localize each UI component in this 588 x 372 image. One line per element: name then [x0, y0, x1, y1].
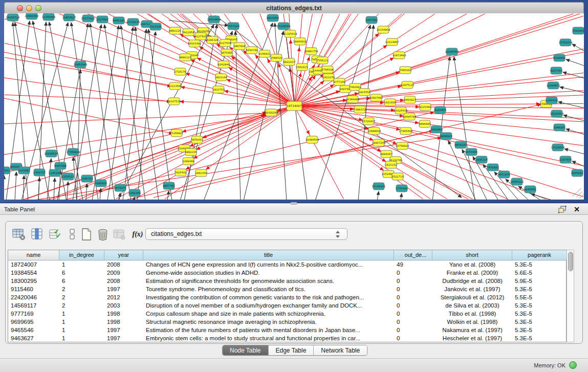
graph-node[interactable]: 9397588 — [54, 162, 66, 169]
delete-table-icon[interactable] — [96, 228, 110, 241]
function-builder-icon[interactable]: f(x) — [130, 228, 145, 241]
graph-node[interactable]: 9245052 — [571, 169, 583, 177]
table-cell-short[interactable]: Franke et al. (2009) — [432, 269, 512, 277]
table-cell-in-degree[interactable]: 1 — [59, 334, 104, 342]
graph-node[interactable]: 9699695 — [419, 120, 430, 127]
graph-node[interactable]: 9463627 — [404, 96, 416, 103]
graph-node[interactable]: 1599297 — [553, 124, 565, 131]
graph-node[interactable]: 16033809 — [207, 16, 221, 23]
table-cell-year[interactable]: 1998 — [104, 310, 143, 318]
column-header-out-de-[interactable]: △out_de... — [394, 250, 432, 260]
table-cell-title[interactable]: Tourette syndrome. Phenomenology and cla… — [143, 285, 394, 293]
graph-node[interactable]: 15166827 — [170, 129, 183, 137]
table-cell-out-de-[interactable]: 0 — [394, 293, 432, 301]
graph-node[interactable]: 1678275 — [114, 184, 126, 191]
graph-node[interactable]: 1342737 — [33, 169, 45, 176]
graph-node[interactable]: 1640954 — [430, 126, 443, 133]
graph-node[interactable]: 1621609 — [384, 99, 396, 106]
new-table-icon[interactable] — [79, 228, 94, 241]
table-cell-name[interactable]: 19384554 — [8, 269, 59, 277]
graph-node[interactable]: 8813054 — [267, 14, 279, 21]
table-cell-name[interactable]: 18300295 — [8, 277, 59, 285]
table-cell-title[interactable]: Embryonic stem cells: a model to study s… — [143, 334, 394, 342]
table-cell-title[interactable]: Changes of HCN gene expression and I(f) … — [143, 260, 394, 269]
graph-node[interactable]: 2867608 — [233, 42, 245, 50]
table-cell-year[interactable]: 1998 — [104, 318, 143, 326]
table-cell-title[interactable]: Genome-wide association studies in ADHD. — [143, 269, 394, 277]
column-header-name[interactable]: name — [8, 250, 59, 260]
column-header-short[interactable]: short — [432, 250, 512, 260]
column-header-year[interactable]: year — [104, 250, 143, 260]
graph-node[interactable]: 1810753 — [212, 86, 224, 93]
graph-node[interactable]: 1691440 — [195, 169, 207, 177]
tab-edge-table[interactable]: Edge Table — [269, 345, 314, 355]
graph-node[interactable]: 1562615 — [296, 63, 308, 71]
table-cell-pagerank[interactable]: 5.3E-5 — [512, 334, 567, 342]
graph-node[interactable]: 5878351 — [191, 136, 203, 143]
import-table-icon[interactable] — [112, 228, 126, 241]
scrollbar-thumb[interactable] — [568, 252, 573, 271]
column-header-in-degree[interactable]: in_degree — [59, 250, 104, 260]
table-cell-in-degree[interactable]: 2 — [59, 285, 104, 293]
table-cell-in-degree[interactable]: 6 — [59, 277, 104, 285]
graph-node[interactable]: 7515526 — [149, 23, 161, 30]
graph-node[interactable]: 7485063 — [399, 67, 411, 74]
table-cell-name[interactable]: 9465546 — [8, 326, 59, 334]
graph-node[interactable]: 15277020 — [81, 15, 95, 22]
graph-node[interactable]: 9242844 — [217, 61, 230, 68]
graph-node[interactable]: 2935114 — [475, 156, 488, 163]
graph-node[interactable]: 8454749 — [246, 47, 257, 54]
graph-node[interactable]: 7557224 — [227, 23, 239, 30]
panel-resize-handle[interactable] — [290, 202, 297, 205]
table-cell-name[interactable]: 18724007 — [8, 260, 59, 269]
table-cell-pagerank[interactable]: 5.3E-5 — [512, 326, 567, 334]
table-cell-year[interactable]: 2009 — [104, 269, 143, 277]
graph-node[interactable]: 1167533 — [559, 156, 571, 163]
graph-node[interactable]: 18300295 — [265, 109, 278, 116]
graph-node[interactable]: 9127508 — [219, 39, 231, 47]
table-cell-in-degree[interactable]: 1 — [59, 260, 104, 269]
table-cell-in-degree[interactable]: 2 — [59, 293, 104, 301]
graph-node[interactable]: 9982235 — [185, 148, 197, 156]
memory-ok-indicator[interactable] — [569, 361, 577, 369]
graph-node[interactable]: 1795725 — [81, 175, 93, 182]
graph-node[interactable]: 17359928 — [67, 148, 80, 156]
table-cell-title[interactable]: Disruption of a novel member of a sodium… — [143, 301, 394, 310]
graph-node[interactable]: 8958923 — [440, 133, 452, 140]
graph-node[interactable]: 1621078 — [322, 74, 334, 81]
table-cell-year[interactable]: 2003 — [104, 301, 143, 310]
table-cell-out-de-[interactable]: 49 — [394, 260, 432, 269]
table-cell-in-degree[interactable]: 1 — [59, 318, 104, 326]
graph-node[interactable]: 18495784 — [403, 113, 417, 120]
graph-node[interactable]: 9860125 — [169, 27, 181, 34]
network-canvas[interactable]: 1872400718300295986012559129541822605891… — [4, 13, 584, 200]
table-cell-year[interactable]: 1997 — [104, 326, 143, 334]
graph-node[interactable]: 9777169 — [333, 78, 345, 85]
graph-node[interactable]: 7558121 — [316, 57, 328, 64]
graph-node[interactable]: 20206526 — [45, 150, 58, 157]
graph-node[interactable]: 1250513 — [62, 173, 74, 180]
resize-grip-icon[interactable] — [572, 188, 581, 196]
graph-node[interactable]: 2087682 — [365, 16, 377, 24]
graph-node[interactable]: 11325419 — [284, 30, 297, 37]
row-mode-icon[interactable] — [65, 228, 79, 241]
graph-node[interactable]: 1244419 — [546, 97, 557, 104]
graph-node[interactable]: 10973493 — [393, 52, 406, 59]
graph-node[interactable]: 10719135 — [126, 18, 140, 26]
table-cell-out-de-[interactable]: 0 — [394, 318, 432, 326]
table-options-icon[interactable] — [12, 228, 26, 241]
graph-node[interactable]: 1527602 — [96, 16, 108, 23]
table-cell-title[interactable]: Structural magnetic resonance image aver… — [143, 318, 394, 326]
table-cell-short[interactable]: de Silva et al. (2003) — [432, 301, 512, 310]
graph-node[interactable]: 12975115 — [401, 81, 414, 89]
table-cell-out-de-[interactable]: 0 — [394, 269, 432, 277]
table-cell-year[interactable]: 1997 — [104, 334, 143, 342]
table-cell-short[interactable]: Wolkin et al. (1998) — [432, 318, 512, 326]
float-panel-icon[interactable] — [558, 206, 567, 213]
graph-node[interactable]: 1824554 — [358, 89, 371, 96]
graph-node[interactable]: 9115460 — [419, 103, 431, 111]
table-cell-short[interactable]: Yano et al. (2008) — [432, 260, 512, 269]
graph-node[interactable]: 15751074 — [559, 39, 573, 46]
table-cell-year[interactable]: 2008 — [104, 260, 143, 269]
new-column-icon[interactable]: ✓ ✓ — [49, 228, 63, 241]
